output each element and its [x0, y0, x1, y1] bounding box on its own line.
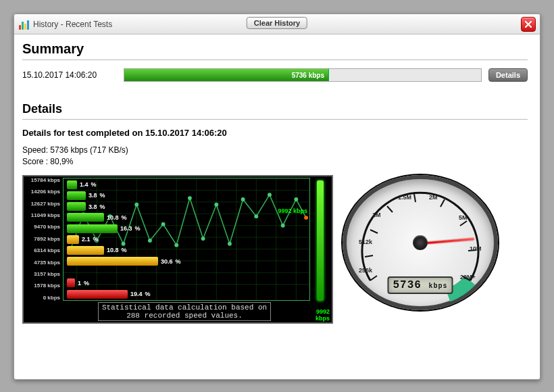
summary-timestamp: 15.10.2017 14:06:20 — [22, 70, 117, 80]
details-stats: Speed: 5736 kbps (717 KB/s) Score : 80,9… — [22, 145, 528, 168]
summary-heading: Summary — [22, 41, 528, 60]
svg-line-46 — [440, 199, 445, 207]
summary-speedbar: 5736 kbps — [124, 68, 482, 82]
chart-peak-label: 9992 kbps — [278, 207, 307, 214]
svg-point-37 — [268, 193, 272, 197]
history-icon — [18, 19, 29, 30]
chart-bars: 1.4% 3.8% 3.8% 10.8% 16.3% 2.1% 10.8% 30… — [67, 180, 181, 301]
content-scroll[interactable]: Summary 15.10.2017 14:06:20 5736 kbps De… — [14, 34, 540, 379]
svg-point-33 — [214, 203, 218, 207]
svg-point-39 — [294, 197, 298, 201]
details-heading: Details — [22, 102, 528, 120]
clear-history-button[interactable]: Clear History — [247, 17, 307, 29]
history-window: History - Recent Tests Clear History Sum… — [14, 14, 540, 380]
chart-ylabels: 15784 kbps 14206 kbps 12627 kbps 11049 k… — [26, 178, 60, 301]
svg-point-32 — [201, 237, 205, 241]
svg-point-38 — [281, 224, 285, 228]
panels: 15784 kbps 14206 kbps 12627 kbps 11049 k… — [22, 175, 528, 324]
chart-caption: Statistical data calculation based on 28… — [98, 302, 271, 321]
distribution-chart: 15784 kbps 14206 kbps 12627 kbps 11049 k… — [22, 175, 333, 324]
svg-point-35 — [241, 197, 245, 201]
svg-line-43 — [370, 230, 378, 233]
svg-line-42 — [365, 255, 373, 257]
summary-speedbar-fill: 5736 kbps — [124, 69, 329, 81]
chart-right-label: 9992 kbps — [316, 309, 330, 322]
close-button[interactable] — [521, 17, 536, 32]
details-button[interactable]: Details — [488, 68, 528, 82]
svg-point-34 — [228, 242, 232, 246]
chart-vbar-icon — [317, 180, 324, 301]
titlebar: History - Recent Tests Clear History — [14, 14, 540, 34]
svg-line-44 — [387, 206, 393, 212]
gauge-lcd: 5736 kbps — [387, 276, 453, 294]
details-subheading: Details for test completed on 15.10.2017… — [22, 128, 528, 138]
speed-line: Speed: 5736 kbps (717 KB/s) — [22, 145, 528, 156]
score-line: Score : 80,9% — [22, 156, 528, 168]
svg-line-47 — [460, 221, 467, 226]
summary-row: 15.10.2017 14:06:20 5736 kbps Details — [22, 68, 528, 82]
svg-line-45 — [414, 194, 416, 202]
svg-point-36 — [254, 214, 258, 218]
svg-point-31 — [188, 196, 192, 200]
speed-gauge: 256k 512k 1M 1.5M 2M 5M 10M 20M+ 5736 kb… — [343, 175, 498, 310]
window-title: History - Recent Tests — [33, 20, 112, 29]
svg-line-41 — [370, 276, 377, 280]
svg-point-40 — [304, 216, 308, 220]
close-icon — [524, 20, 532, 28]
gauge-hub-icon — [413, 235, 428, 250]
